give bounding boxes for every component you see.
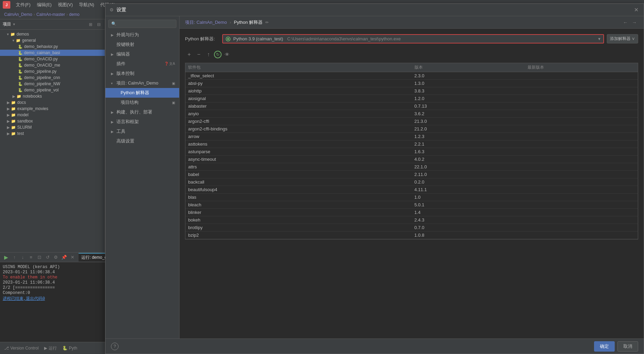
tree-folder-general[interactable]: ▾ 📁 general (0, 37, 105, 43)
table-row[interactable]: attrs 22.1.0 (185, 163, 638, 171)
tree-folder-test[interactable]: ▶ 📁 test (0, 130, 105, 137)
pkg-version: 2.2.1 (412, 140, 525, 148)
upgrade-package-button[interactable]: ↑ (204, 50, 213, 59)
table-row[interactable]: asttokens 2.2.1 (185, 140, 638, 148)
expand-all-icon[interactable]: ⊞ (88, 21, 94, 28)
status-python[interactable]: 🐍 Pyth (62, 346, 77, 351)
table-row[interactable]: beautifulsoup4 4.11.1 (185, 186, 638, 194)
menu-view[interactable]: 视图(V) (55, 1, 75, 9)
settings-breadcrumb: 项目: CalmAn_Demo › Python 解释器 ✏ ← → (180, 16, 644, 29)
nav-item-build[interactable]: ▶ 构建、执行、部署 (105, 107, 179, 117)
table-row[interactable]: blas 1.0 (185, 194, 638, 201)
nav-item-vcs[interactable]: ▶ 版本控制 (105, 69, 179, 78)
settings-bc-project[interactable]: 项目: CalmAn_Demo (185, 19, 227, 26)
add-package-button[interactable]: + (185, 50, 193, 59)
nav-item-keymap[interactable]: 按键映射 (105, 40, 179, 49)
tree-folder-example-movies[interactable]: ▶ 📁 example_movies (0, 106, 105, 112)
table-row[interactable]: arrow 1.2.3 (185, 133, 638, 140)
settings-bc-back-button[interactable]: ← (622, 19, 629, 26)
settings-bc-nav: ← → (622, 19, 638, 26)
breadcrumb-item-1[interactable]: CalmAn_Demo (4, 12, 32, 17)
menu-navigate[interactable]: 导航(N) (76, 1, 97, 9)
table-row[interactable]: blinker 1.4 (185, 209, 638, 216)
interpreter-select[interactable]: Python 3.9 (calman_test) C:\Users\admin\… (222, 34, 604, 43)
table-row[interactable]: alabaster 0.7.13 (185, 102, 638, 110)
tree-folder-notebooks[interactable]: ▶ 📁 notebooks (0, 93, 105, 99)
run-settings-button[interactable]: ⚙ (52, 254, 59, 261)
table-row[interactable]: bokeh 2.4.3 (185, 216, 638, 224)
settings-search-input[interactable] (108, 20, 176, 28)
nav-item-editor[interactable]: ▶ 编辑器 (105, 49, 179, 59)
table-row[interactable]: brotlipy 0.7.0 (185, 224, 638, 232)
run-rerun-button[interactable]: ↺ (44, 254, 51, 261)
settings-bc-forward-button[interactable]: → (631, 19, 638, 26)
table-row[interactable]: aiohttp 3.8.3 (185, 87, 638, 95)
nav-item-advanced[interactable]: 高级设置 (105, 136, 179, 146)
project-dropdown-arrow[interactable]: ▾ (13, 22, 15, 27)
settings-bc-edit-icon[interactable]: ✏ (265, 20, 269, 25)
remove-package-button[interactable]: − (195, 50, 203, 59)
refresh-packages-button[interactable]: ↻ (214, 51, 222, 58)
show-all-packages-button[interactable]: 👁 (223, 50, 231, 59)
nav-item-project-structure[interactable]: 项目结构 ▣ (105, 98, 179, 107)
tree-folder-sandbox[interactable]: ▶ 📁 sandbox (0, 118, 105, 124)
cancel-button[interactable]: 取消 (617, 341, 638, 352)
table-row[interactable]: anyio 3.6.2 (185, 110, 638, 118)
nav-item-tools[interactable]: ▶ 工具 (105, 127, 179, 136)
tree-file-demo-pipeline-cnn[interactable]: 🐍 demo_pipeline_cnn (0, 75, 105, 81)
tree-folder-docs[interactable]: ▶ 📁 docs (0, 99, 105, 106)
nav-item-python-interpreter[interactable]: Python 解释器 (105, 88, 179, 98)
pkg-name: argon2-cffi (185, 118, 412, 125)
add-interpreter-button[interactable]: 添加解释器 ∨ (607, 34, 638, 43)
python-icon: 🐍 (62, 346, 68, 351)
breadcrumb-item-3[interactable]: demo (69, 12, 80, 17)
tree-folder-slurm[interactable]: ▶ 📁 SLURM (0, 124, 105, 130)
table-row[interactable]: babel 2.11.0 (185, 171, 638, 178)
table-row[interactable]: bleach 5.0.1 (185, 201, 638, 209)
col-header-latest[interactable]: 最新版本 (525, 63, 638, 72)
pkg-version: 0.7.0 (412, 224, 525, 232)
dialog-body: ▶ 外观与行为 按键映射 ▶ 编辑器 插件 ❓ 文A ▶ 版本控制 ▾ (105, 16, 644, 338)
dialog-close-button[interactable]: ✕ (633, 7, 640, 13)
collapse-all-icon[interactable]: ⊟ (96, 21, 102, 28)
interpreter-dropdown-icon[interactable]: ▾ (598, 36, 601, 41)
menu-edit[interactable]: 编辑(E) (34, 1, 54, 9)
nav-item-project[interactable]: ▾ 项目: CalmAn_Demo ▣ (105, 78, 179, 88)
table-row[interactable]: argon2-cffi 21.3.0 (185, 118, 638, 125)
run-pin-button[interactable]: 📌 (61, 254, 68, 261)
tree-file-demo-onacid-me[interactable]: 🐍 demo_OnACID_me (0, 62, 105, 68)
col-header-version[interactable]: 版本 (412, 63, 525, 72)
table-row[interactable]: backcall 0.2.0 (185, 178, 638, 186)
tree-file-demo-behavior[interactable]: 🐍 demo_behavior.py (0, 43, 105, 50)
breadcrumb-item-2[interactable]: CalmAn-master (36, 12, 65, 17)
table-row[interactable]: _tflow_select 2.3.0 (185, 72, 638, 80)
run-close-button[interactable]: ✕ (69, 254, 76, 261)
table-row[interactable]: astunparse 1.6.3 (185, 148, 638, 156)
run-format-button[interactable]: ≡ (28, 254, 34, 261)
table-row[interactable]: aiosignal 1.2.0 (185, 95, 638, 102)
tree-file-demo-pipeline-vol[interactable]: 🐍 demo_pipeline_vol (0, 87, 105, 93)
run-stop-button[interactable]: ⊡ (36, 254, 43, 261)
table-row[interactable]: argon2-cffi-bindings 21.2.0 (185, 125, 638, 133)
help-button[interactable]: ? (111, 343, 119, 350)
tree-folder-demos[interactable]: ▾ 📁 demos (0, 31, 105, 37)
run-scroll-up-button[interactable]: ↑ (11, 254, 18, 261)
confirm-button[interactable]: 确定 (594, 341, 615, 352)
run-play-button[interactable]: ▶ (3, 254, 10, 261)
menu-file[interactable]: 文件(F) (13, 1, 33, 9)
status-version-control[interactable]: ⎇ Version Control (4, 346, 39, 351)
tree-file-demo-pipeline[interactable]: 🐍 demo_pipeline.py (0, 68, 105, 75)
table-row[interactable]: async-timeout 4.0.2 (185, 156, 638, 163)
tree-file-demo-caiman[interactable]: 🐍 demo_caiman_basi (0, 50, 105, 56)
nav-item-plugins[interactable]: 插件 ❓ 文A (105, 59, 179, 69)
nav-item-languages[interactable]: ▶ 语言和框架 (105, 117, 179, 127)
tree-file-demo-pipeline-nw[interactable]: 🐍 demo_pipeline_NW (0, 81, 105, 87)
table-row[interactable]: absl-py 1.3.0 (185, 80, 638, 87)
col-header-package[interactable]: 软件包 (185, 63, 412, 72)
nav-item-appearance[interactable]: ▶ 外观与行为 (105, 30, 179, 40)
tree-folder-model[interactable]: ▶ 📁 model (0, 112, 105, 118)
tree-file-demo-onacid[interactable]: 🐍 demo_OnACID.py (0, 56, 105, 62)
table-row[interactable]: bzip2 1.0.8 (185, 232, 638, 239)
run-scroll-down-button[interactable]: ↓ (19, 254, 26, 261)
status-run[interactable]: ▶ 运行 (44, 345, 57, 351)
